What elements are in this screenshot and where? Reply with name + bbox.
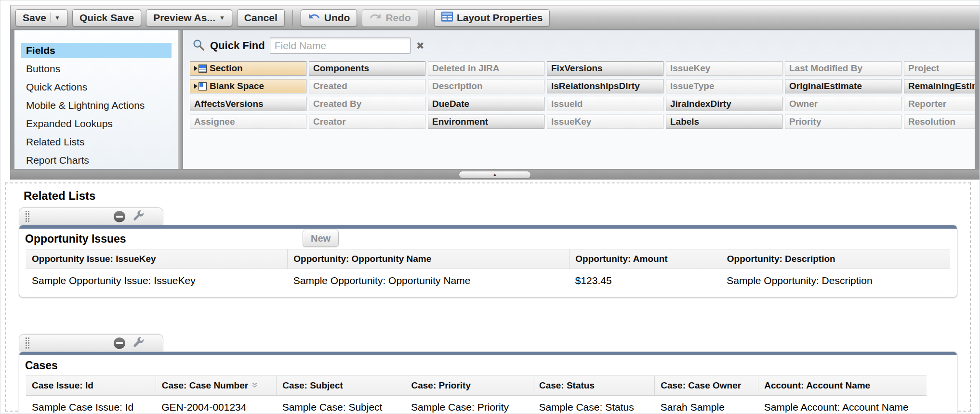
palette-field-affectsversions[interactable]: AffectsVersions bbox=[190, 97, 306, 111]
collapse-palette-button[interactable]: ▲ bbox=[459, 171, 531, 179]
section-heading: Related Lists bbox=[24, 189, 957, 203]
related-list-title: Opportunity Issues bbox=[25, 233, 126, 246]
remove-related-list-icon[interactable] bbox=[114, 337, 125, 349]
palette-field-resolution: Resolution bbox=[904, 115, 975, 129]
related-list-drag-handle[interactable] bbox=[19, 207, 163, 225]
palette-field-grid: Section Blank Space AffectsVersions Assi… bbox=[190, 61, 975, 129]
palette-fields-area: Quick Find ✖ Section Blank Space Affects… bbox=[183, 30, 975, 170]
palette-field-section[interactable]: Section bbox=[190, 61, 306, 76]
save-button[interactable]: Save ▼ bbox=[15, 9, 67, 26]
column-header: Opportunity: Description bbox=[721, 249, 950, 269]
column-header-label: Case: Case Number bbox=[162, 380, 249, 391]
palette-divider bbox=[178, 30, 183, 170]
column-header: Case: Subject bbox=[277, 376, 405, 396]
palette-field-issueid: IssueId bbox=[547, 97, 663, 111]
cancel-button[interactable]: Cancel bbox=[237, 9, 285, 26]
palette-field-created-by: Created By bbox=[309, 97, 425, 111]
collapse-arrow-icon: ▲ bbox=[492, 172, 497, 177]
palette-field-issuekey-2: IssueKey bbox=[666, 61, 782, 76]
table-cell: Sample Opportunity: Opportunity Name bbox=[288, 269, 569, 293]
column-header: Opportunity Issue: IssueKey bbox=[26, 249, 288, 269]
sidebar-item-fields[interactable]: Fields bbox=[21, 43, 172, 58]
toolbar-separator bbox=[292, 10, 293, 26]
clear-search-icon[interactable]: ✖ bbox=[416, 40, 424, 52]
related-list-title: Cases bbox=[25, 359, 58, 372]
palette-field-environment[interactable]: Environment bbox=[428, 115, 544, 129]
palette-field-owner: Owner bbox=[785, 97, 901, 111]
palette-field-isrelationshipsdirty[interactable]: isRelationshipsDirty bbox=[547, 79, 663, 93]
related-list-panel: Opportunity Issues New Opportunity Issue… bbox=[19, 225, 957, 298]
redo-label: Redo bbox=[385, 12, 411, 24]
quick-save-button[interactable]: Quick Save bbox=[72, 9, 141, 26]
quick-find-input[interactable] bbox=[270, 38, 411, 54]
sidebar-item-report-charts[interactable]: Report Charts bbox=[21, 153, 172, 168]
preview-as-label: Preview As... bbox=[153, 12, 215, 24]
related-list-properties-icon[interactable] bbox=[132, 336, 145, 350]
palette-resize-bar: ▲ bbox=[10, 169, 980, 180]
palette-field-remainingestimate[interactable]: RemainingEstimate bbox=[904, 79, 975, 93]
undo-button[interactable]: Undo bbox=[301, 9, 358, 26]
column-header-sorted: Case: Case Number bbox=[156, 376, 276, 396]
palette-field-jiraindexdirty[interactable]: JiraIndexDirty bbox=[666, 97, 782, 111]
undo-label: Undo bbox=[324, 12, 350, 24]
palette-field-creator: Creator bbox=[309, 115, 425, 129]
column-header: Account: Account Name bbox=[758, 376, 927, 396]
column-header: Case Issue: Id bbox=[26, 376, 156, 396]
table-cell: Sample Case: Status bbox=[533, 396, 654, 414]
section-icon bbox=[194, 65, 207, 73]
sidebar-item-buttons[interactable]: Buttons bbox=[21, 61, 172, 77]
palette-field-project: Project bbox=[904, 61, 975, 76]
related-list-drag-handle[interactable] bbox=[19, 334, 163, 351]
palette-category-list: Fields Buttons Quick Actions Mobile & Li… bbox=[14, 30, 178, 170]
palette-field-duedate[interactable]: DueDate bbox=[428, 97, 544, 111]
table-header-row: Case Issue: Id Case: Case Number Case: S… bbox=[26, 376, 927, 396]
related-list-top-bar bbox=[19, 225, 957, 229]
preview-as-button[interactable]: Preview As... ▼ bbox=[146, 9, 232, 26]
table-cell: Sample Opportunity: Description bbox=[721, 269, 950, 293]
toolbar-separator bbox=[426, 10, 426, 26]
sidebar-item-expanded-lookups[interactable]: Expanded Lookups bbox=[21, 116, 172, 131]
blank-space-icon bbox=[194, 82, 207, 91]
palette-field-components[interactable]: Components bbox=[309, 61, 425, 76]
table-cell: Sample Case: Priority bbox=[405, 396, 533, 414]
table-cell: $123.45 bbox=[569, 269, 721, 293]
page-layout-editor: Save ▼ Quick Save Preview As... ▼ Cancel… bbox=[0, 0, 980, 414]
remove-related-list-icon[interactable] bbox=[114, 211, 125, 222]
sidebar-item-related-lists[interactable]: Related Lists bbox=[21, 134, 172, 150]
palette-field-originalestimate[interactable]: OriginalEstimate bbox=[785, 79, 901, 93]
palette-field-blank-space[interactable]: Blank Space bbox=[190, 79, 306, 93]
palette-field-deleted-in-jira: Deleted in JIRA bbox=[428, 61, 544, 76]
palette-field-fixversions[interactable]: FixVersions bbox=[547, 61, 663, 76]
column-header: Case: Case Owner bbox=[655, 376, 758, 396]
drag-dots-icon bbox=[25, 337, 30, 349]
palette-field-labels[interactable]: Labels bbox=[666, 115, 782, 129]
layout-properties-button[interactable]: Layout Properties bbox=[434, 9, 550, 26]
table-cell: Sample Case: Subject bbox=[277, 396, 405, 414]
toolbar: Save ▼ Quick Save Preview As... ▼ Cancel… bbox=[10, 5, 980, 29]
save-label: Save bbox=[23, 12, 46, 24]
related-list-properties-icon[interactable] bbox=[132, 209, 145, 224]
column-header: Opportunity: Opportunity Name bbox=[288, 249, 569, 269]
save-dropdown-caret-icon[interactable]: ▼ bbox=[54, 15, 60, 21]
quick-find-label: Quick Find bbox=[210, 39, 265, 52]
palette-field-reporter: Reporter bbox=[904, 97, 975, 111]
cases-table: Case Issue: Id Case: Case Number Case: S… bbox=[26, 375, 927, 414]
table-row: Sample Case Issue: Id GEN-2004-001234 Sa… bbox=[26, 396, 927, 414]
search-icon bbox=[192, 38, 205, 53]
table-cell: GEN-2004-001234 bbox=[156, 396, 276, 414]
layout-properties-icon bbox=[441, 12, 453, 24]
palette-field-assignee: Assignee bbox=[190, 115, 306, 129]
column-header: Case: Priority bbox=[405, 376, 533, 396]
palette-field-created: Created bbox=[309, 79, 425, 93]
undo-icon bbox=[308, 10, 320, 25]
redo-icon bbox=[369, 10, 382, 25]
sidebar-item-quick-actions[interactable]: Quick Actions bbox=[21, 79, 172, 95]
column-header: Case: Status bbox=[533, 376, 654, 396]
new-button: New bbox=[303, 230, 339, 247]
preview-as-caret-icon: ▼ bbox=[219, 15, 225, 21]
sidebar-item-mobile-lightning-actions[interactable]: Mobile & Lightning Actions bbox=[21, 98, 172, 113]
sort-descending-icon bbox=[251, 380, 258, 391]
related-list-cases: Cases Case Issue: Id Case: Case Number bbox=[19, 334, 957, 414]
column-header: Opportunity: Amount bbox=[569, 249, 721, 269]
opportunity-issues-table: Opportunity Issue: IssueKey Opportunity:… bbox=[26, 249, 950, 293]
